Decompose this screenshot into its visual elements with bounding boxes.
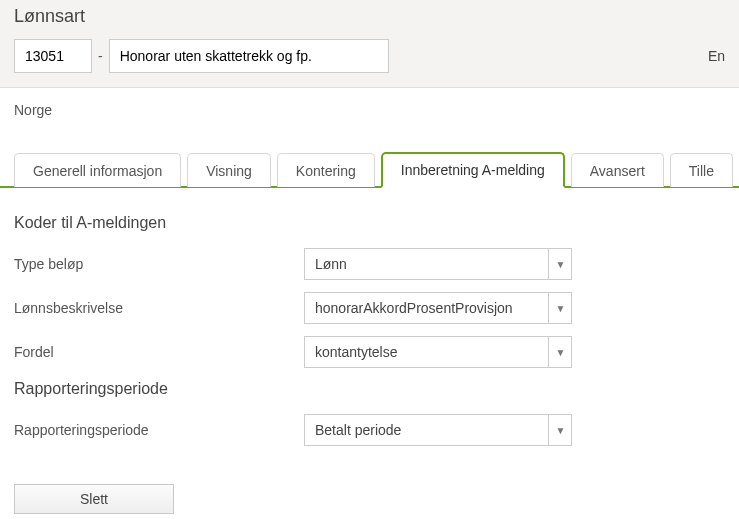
delete-button[interactable]: Slett [14,484,174,514]
row-lonnsbeskrivelse: Lønnsbeskrivelse honorarAkkordProsentPro… [14,292,725,324]
name-input[interactable] [109,39,389,73]
row-fordel: Fordel kontantytelse ▼ [14,336,725,368]
right-edge-text: En [708,48,725,64]
row-rapporteringsperiode: Rapporteringsperiode Betalt periode ▼ [14,414,725,446]
header-band: Lønnsart - En [0,0,739,88]
select-type-belop[interactable]: Lønn ▼ [304,248,572,280]
label-lonnsbeskrivelse: Lønnsbeskrivelse [14,300,304,316]
tab-kontering[interactable]: Kontering [277,153,375,187]
tab-avansert[interactable]: Avansert [571,153,664,187]
tab-generell-informasjon[interactable]: Generell informasjon [14,153,181,187]
tabs-row: Generell informasjon Visning Kontering I… [0,150,739,188]
page-title: Lønnsart [14,0,725,39]
form-area: Koder til A-meldingen Type beløp Lønn ▼ … [0,188,739,519]
section-heading-rapportering: Rapporteringsperiode [14,380,725,398]
tab-innberetning-a-melding[interactable]: Innberetning A-melding [381,152,565,188]
select-display: honorarAkkordProsentProvisjon [304,292,572,324]
tab-visning[interactable]: Visning [187,153,271,187]
label-type-belop: Type beløp [14,256,304,272]
label-rapporteringsperiode: Rapporteringsperiode [14,422,304,438]
code-row: - En [14,39,725,73]
select-lonnsbeskrivelse[interactable]: honorarAkkordProsentProvisjon ▼ [304,292,572,324]
select-fordel[interactable]: kontantytelse ▼ [304,336,572,368]
label-fordel: Fordel [14,344,304,360]
select-rapporteringsperiode[interactable]: Betalt periode ▼ [304,414,572,446]
select-display: Betalt periode [304,414,572,446]
tab-tille[interactable]: Tille [670,153,733,187]
select-display: Lønn [304,248,572,280]
select-display: kontantytelse [304,336,572,368]
section-heading-koder: Koder til A-meldingen [14,214,725,232]
country-label: Norge [0,88,739,140]
code-dash: - [98,48,103,64]
row-type-belop: Type beløp Lønn ▼ [14,248,725,280]
code-input[interactable] [14,39,92,73]
